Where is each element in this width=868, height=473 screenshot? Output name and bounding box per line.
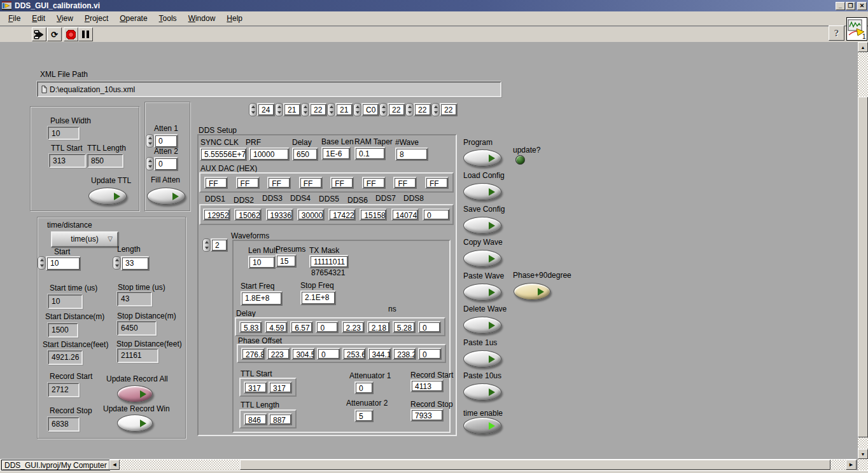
scroll-down-button[interactable]: ▼ (858, 449, 868, 459)
byte-spinner-7[interactable] (405, 103, 414, 116)
menu-project[interactable]: Project (79, 12, 114, 25)
save-config-button[interactable] (463, 217, 501, 234)
byte-field-4[interactable]: 21 (335, 103, 353, 116)
dds8-field[interactable]: 0 (423, 209, 450, 221)
atten2-spinner[interactable] (146, 157, 154, 170)
dds7-field[interactable]: 14074 (391, 209, 419, 221)
wave-delay-field[interactable]: 2.23 (342, 321, 365, 333)
phase90-button[interactable] (514, 283, 550, 300)
fill-atten-button[interactable] (147, 188, 185, 205)
xml-file-path-field[interactable]: D:\equalization_10us.xml (37, 81, 501, 97)
start-field[interactable]: 10 (46, 256, 81, 271)
byte-spinner-2[interactable] (275, 103, 283, 116)
aux-dac-field[interactable]: FF (204, 177, 228, 189)
phase-offset-field[interactable]: 304.5 (291, 348, 315, 360)
menu-operate[interactable]: Operate (114, 12, 153, 25)
byte-spinner-8[interactable] (431, 103, 440, 116)
wave-ttl-start-field[interactable]: 317 (244, 381, 267, 394)
base-len-field[interactable]: 1E-6 (321, 147, 351, 160)
phase-offset-field[interactable]: 344.1 (368, 348, 391, 360)
load-config-button[interactable] (463, 183, 501, 200)
update-ttl-button[interactable] (88, 188, 127, 205)
context-help-icon[interactable]: 1 (846, 17, 867, 41)
abort-button[interactable] (64, 27, 78, 41)
presums-field[interactable]: 15 (276, 254, 297, 268)
len-mult-field[interactable]: 10 (248, 256, 276, 269)
prf-field[interactable]: 10000 (249, 147, 290, 161)
scroll-up-button[interactable]: ▲ (858, 42, 868, 52)
wave-ttl-start-field[interactable]: 317 (269, 381, 292, 394)
paste-1us-button[interactable] (463, 350, 501, 367)
project-target-badge[interactable]: DDS_GUI.lvproj/My Computer (1, 460, 110, 470)
byte-spinner-6[interactable] (379, 103, 388, 116)
byte-field-8[interactable]: 22 (440, 103, 458, 116)
atten1-field[interactable]: 0 (154, 134, 178, 148)
run-button[interactable] (32, 27, 46, 41)
byte-spinner-3[interactable] (301, 103, 309, 116)
aux-dac-field[interactable]: FF (267, 177, 291, 189)
attenuator1-field[interactable]: 0 (354, 381, 374, 394)
menu-help[interactable]: Help (221, 12, 248, 25)
help-button[interactable]: ? (829, 25, 844, 41)
atten1-spinner[interactable] (146, 134, 154, 147)
menu-view[interactable]: View (51, 12, 79, 25)
ram-taper-field[interactable]: 0.1 (354, 147, 386, 160)
aux-dac-field[interactable]: FF (393, 177, 417, 189)
aux-dac-field[interactable]: FF (299, 177, 323, 189)
phase-offset-field[interactable]: 276.8 (241, 348, 265, 360)
byte-spinner-1[interactable] (249, 103, 257, 116)
wave-ttl-length-field[interactable]: 846 (244, 413, 267, 425)
attenuator2-field[interactable]: 5 (354, 409, 374, 422)
paste-10us-button[interactable] (463, 383, 501, 401)
tx-mask-field[interactable]: 11111011 (309, 255, 349, 268)
nwave-field[interactable]: 8 (395, 147, 428, 161)
waveform-index-spinner[interactable] (202, 238, 211, 252)
atten2-field[interactable]: 0 (154, 157, 178, 171)
start-spinner[interactable] (38, 256, 46, 270)
dds-delay-field[interactable]: 650 (292, 147, 318, 161)
wave-delay-field[interactable]: 4.59 (265, 321, 288, 333)
menu-file[interactable]: File (3, 12, 26, 25)
paste-wave-button[interactable] (463, 284, 501, 301)
menu-edit[interactable]: Edit (26, 12, 51, 25)
byte-field-2[interactable]: 21 (283, 103, 301, 116)
dds4-field[interactable]: 30000 (297, 209, 325, 221)
delete-wave-button[interactable] (463, 317, 501, 334)
start-freq-field[interactable]: 1.8E+8 (241, 291, 283, 306)
wave-delay-field[interactable]: 5.28 (393, 321, 416, 333)
wave-delay-field[interactable]: 0 (316, 321, 339, 333)
pause-button[interactable] (78, 27, 93, 41)
scroll-right-button[interactable]: ▶ (846, 460, 857, 470)
copy-wave-button[interactable] (463, 250, 501, 267)
wave-record-start-field[interactable]: 4113 (410, 380, 444, 392)
byte-field-7[interactable]: 22 (414, 103, 431, 116)
phase-offset-field[interactable]: 223 (267, 348, 290, 360)
minimize-button[interactable]: _ (836, 2, 845, 10)
dds1-field[interactable]: 12952 (203, 209, 230, 221)
aux-dac-field[interactable]: FF (425, 177, 449, 189)
update-record-all-button[interactable] (117, 385, 153, 402)
wave-delay-field[interactable]: 5.83 (239, 321, 262, 333)
byte-spinner-4[interactable] (327, 103, 335, 116)
aux-dac-field[interactable]: FF (236, 177, 260, 189)
byte-field-5[interactable]: C0 (361, 103, 379, 116)
dds6-field[interactable]: 15158 (360, 209, 387, 221)
dds3-field[interactable]: 19336 (266, 209, 293, 221)
close-button[interactable]: ✕ (857, 2, 867, 10)
dds5-field[interactable]: 17422 (328, 209, 356, 221)
stop-freq-field[interactable]: 2.1E+8 (300, 291, 336, 305)
phase-offset-field[interactable]: 253.6 (342, 348, 366, 360)
byte-field-3[interactable]: 22 (309, 103, 327, 116)
restore-button[interactable]: ❐ (846, 2, 855, 10)
run-continuous-button[interactable]: ⟳ (47, 27, 62, 41)
time-distance-mode-dropdown[interactable]: time(us) ▽ (51, 231, 118, 247)
waveform-index-field[interactable]: 2 (211, 238, 228, 252)
phase-offset-field[interactable]: 238.2 (393, 348, 416, 360)
dds2-field[interactable]: 15062 (234, 209, 262, 221)
update-record-win-button[interactable] (117, 415, 153, 432)
wave-delay-field[interactable]: 6.57 (290, 321, 313, 333)
sync-clk-field[interactable]: 5.55556E+7 (200, 147, 247, 161)
scroll-left-button[interactable]: ◀ (109, 460, 120, 470)
vertical-scrollbar-thumb[interactable] (858, 97, 868, 437)
aux-dac-field[interactable]: FF (362, 177, 386, 189)
